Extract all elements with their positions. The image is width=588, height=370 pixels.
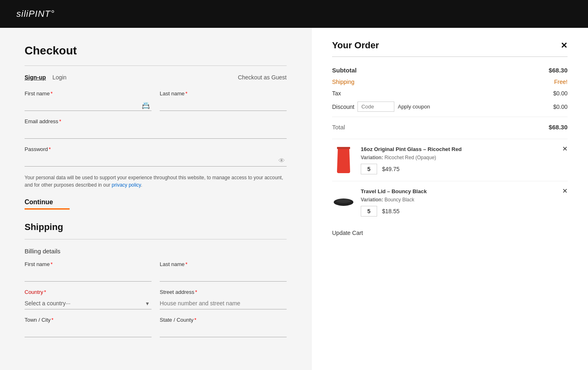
billing-firstname-star: * [50, 261, 52, 267]
item-2-variation: Variation: Bouncy Black [361, 197, 568, 203]
firstname-input[interactable] [25, 99, 152, 111]
subtotal-row: Subtotal $68.30 [332, 67, 568, 74]
street-input[interactable] [160, 298, 287, 309]
password-input-wrapper: 👁 [25, 155, 287, 167]
logo-suffix: PINT° [29, 9, 55, 19]
item-1-qty: 5 [361, 164, 377, 174]
privacy-policy-link[interactable]: privacy policy [112, 182, 141, 188]
country-select[interactable]: Select a country··· [25, 298, 152, 309]
shipping-title: Shipping [25, 222, 287, 232]
firstname-input-wrapper: 📇 [25, 99, 152, 111]
main-layout: Checkout Sign-up Login Checkout as Guest… [0, 28, 588, 370]
email-required-star: * [59, 118, 61, 124]
item-2-details: Travel Lid – Bouncy Black Variation: Bou… [361, 188, 568, 217]
email-input[interactable] [25, 127, 287, 139]
state-star: * [194, 317, 196, 323]
checkout-title: Checkout [25, 44, 287, 57]
billing-firstname-group: First name* [25, 261, 152, 282]
total-divider [332, 117, 568, 117]
remove-item-1-button[interactable]: ✕ [562, 145, 568, 153]
item-2-qty-price: 5 $18.55 [361, 206, 568, 217]
signup-tab[interactable]: Sign-up [25, 74, 46, 81]
shipping-value: Free! [554, 79, 568, 85]
auth-tabs-left: Sign-up Login [25, 74, 66, 81]
state-input[interactable] [160, 325, 287, 337]
remove-item-2-button[interactable]: ✕ [562, 187, 568, 195]
billing-lastname-group: Last name* [160, 261, 287, 282]
town-state-row: Town / City* State / County* [25, 317, 287, 337]
billing-name-row: First name* Last name* [25, 261, 287, 282]
discount-label: Discount [332, 104, 354, 110]
state-group: State / County* [160, 317, 287, 337]
item-2-variation-label: Variation: [361, 197, 383, 203]
auth-tabs: Sign-up Login Checkout as Guest [25, 74, 287, 81]
item-1-image [332, 146, 355, 174]
total-value: $68.30 [549, 124, 568, 131]
item-1-name: 16oz Original Pint Glass – Ricochet Red [361, 146, 568, 153]
item-1-details: 16oz Original Pint Glass – Ricochet Red … [361, 146, 568, 174]
town-input[interactable] [25, 325, 152, 337]
item-1-qty-price: 5 $49.75 [361, 164, 568, 174]
subtotal-label: Subtotal [332, 67, 357, 74]
firstname-group: First name* 📇 [25, 90, 152, 111]
email-input-wrapper [25, 127, 287, 139]
country-star: * [44, 289, 46, 295]
billing-firstname-label: First name* [25, 261, 152, 267]
password-label: Password* [25, 146, 287, 152]
cup-icon [335, 147, 352, 173]
street-group: Street address* [160, 289, 287, 309]
subtotal-value: $68.30 [549, 67, 568, 74]
order-header: Your Order ✕ [332, 40, 568, 57]
item-2-price: $18.55 [382, 208, 400, 214]
billing-lastname-star: * [185, 261, 188, 267]
apply-coupon-button[interactable]: Apply coupon [398, 104, 430, 110]
item-2-name: Travel Lid – Bouncy Black [361, 188, 568, 195]
close-order-button[interactable]: ✕ [561, 41, 568, 50]
continue-button[interactable]: Continue [25, 199, 53, 206]
right-panel: Your Order ✕ Subtotal $68.30 Shipping Fr… [311, 28, 588, 370]
lastname-input[interactable] [160, 99, 287, 111]
street-star: * [195, 289, 197, 295]
privacy-note: Your personal data will be used to suppo… [25, 174, 287, 189]
item-1-variation-label: Variation: [361, 155, 383, 160]
password-group: Password* 👁 [25, 146, 287, 167]
town-group: Town / City* [25, 317, 152, 337]
update-cart-button[interactable]: Update Cart [332, 230, 363, 236]
lastname-label: Last name* [160, 90, 287, 97]
item-2-qty: 5 [361, 206, 377, 217]
email-row: Email address* [25, 118, 287, 139]
login-tab[interactable]: Login [52, 74, 66, 81]
eye-icon: 👁 [278, 157, 285, 165]
country-group: Country* Select a country··· ▼ [25, 289, 152, 309]
email-label: Email address* [25, 118, 287, 124]
left-panel: Checkout Sign-up Login Checkout as Guest… [0, 28, 311, 370]
signup-form: First name* 📇 Last name* [25, 90, 287, 210]
tax-row: Tax $0.00 [332, 90, 568, 97]
checkout-divider [25, 65, 287, 66]
total-row: Total $68.30 [332, 124, 568, 131]
password-input[interactable] [25, 155, 287, 167]
firstname-label: First name* [25, 90, 152, 97]
lastname-input-wrapper [160, 99, 287, 111]
shipping-label: Shipping [332, 79, 355, 85]
guest-checkout-button[interactable]: Checkout as Guest [238, 74, 287, 81]
discount-row: Discount Apply coupon $0.00 [332, 102, 568, 112]
vcard-icon: 📇 [142, 101, 150, 109]
billing-firstname-input[interactable] [25, 270, 152, 282]
svg-rect-0 [337, 147, 350, 149]
lastname-required-star: * [185, 90, 188, 97]
password-required-star: * [49, 146, 51, 152]
lid-icon [333, 198, 354, 206]
coupon-input[interactable] [357, 102, 394, 112]
billing-subtitle: Billing details [25, 248, 287, 255]
billing-lastname-input[interactable] [160, 270, 287, 282]
state-label: State / County* [160, 317, 287, 323]
continue-underline [25, 208, 70, 210]
item-1-variation: Variation: Ricochet Red (Opaque) [361, 155, 568, 160]
order-title: Your Order [332, 40, 379, 51]
item-2-variation-value: Bouncy Black [384, 197, 414, 203]
cart-item-2: ✕ Travel Lid – Bouncy Black Variation: B… [332, 181, 568, 223]
item-1-price: $49.75 [382, 166, 400, 172]
logo: siliPINT° [16, 9, 55, 19]
tax-value: $0.00 [553, 90, 568, 97]
